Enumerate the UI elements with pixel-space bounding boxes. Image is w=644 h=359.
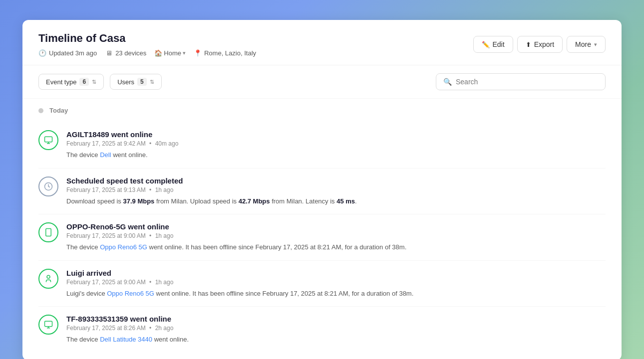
date-dot — [38, 108, 43, 113]
event-content: Luigi arrived February 17, 2025 at 9:00 … — [66, 269, 606, 299]
event-content: OPPO-Reno6-5G went online February 17, 2… — [66, 222, 606, 252]
home-text: Home — [164, 49, 181, 57]
more-button[interactable]: More ▾ — [567, 36, 606, 53]
event-time: February 17, 2025 at 9:00 AM • 1h ago — [66, 232, 606, 239]
event-time: February 17, 2025 at 9:42 AM • 40m ago — [66, 140, 606, 147]
svg-rect-4 — [46, 229, 51, 236]
timeline-item: OPPO-Reno6-5G went online February 17, 2… — [38, 214, 606, 261]
more-chevron-icon: ▾ — [594, 41, 597, 48]
updated-meta: 🕐 Updated 3m ago — [38, 49, 97, 57]
desc-link[interactable]: Dell Latitude 3440 — [100, 336, 152, 343]
header-left: Timeline of Casa 🕐 Updated 3m ago 🖥 23 d… — [38, 32, 256, 57]
desc-link[interactable]: Oppo Reno6 5G — [100, 243, 147, 251]
event-title: TF-893333531359 went online — [66, 315, 606, 323]
svg-rect-0 — [45, 137, 52, 142]
page-title: Timeline of Casa — [38, 32, 256, 45]
users-chevron-icon: ⇅ — [150, 79, 154, 85]
updated-text: Updated 3m ago — [49, 49, 97, 57]
event-icon-monitor — [38, 222, 58, 242]
edit-label: Edit — [493, 40, 505, 48]
svg-rect-7 — [45, 321, 52, 327]
event-time: February 17, 2025 at 9:00 AM • 1h ago — [66, 279, 606, 286]
timeline-item: AGILT18489 went online February 17, 2025… — [38, 122, 606, 169]
search-input[interactable] — [456, 78, 598, 86]
event-title: Luigi arrived — [66, 269, 606, 277]
event-type-count: 6 — [79, 78, 89, 86]
export-button[interactable]: ⬆ Export — [517, 36, 563, 53]
event-time: February 17, 2025 at 8:26 AM • 2h ago — [66, 325, 606, 332]
home-chevron-icon: ▾ — [183, 50, 186, 56]
event-icon-person — [38, 269, 58, 289]
timeline-item: Scheduled speed test completed February … — [38, 169, 606, 215]
users-filter[interactable]: Users 5 ⇅ — [110, 74, 162, 90]
location-icon: 📍 — [194, 49, 202, 57]
location-meta: 📍 Rome, Lazio, Italy — [194, 49, 256, 57]
event-content: AGILT18489 went online February 17, 2025… — [66, 130, 606, 160]
event-desc: The device Dell went online. — [66, 150, 606, 160]
header-meta: 🕐 Updated 3m ago 🖥 23 devices 🏠 Home ▾ 📍… — [38, 49, 256, 57]
event-type-chevron-icon: ⇅ — [92, 79, 96, 85]
desc-link[interactable]: Oppo Reno6 5G — [107, 290, 154, 297]
header-actions: ✏️ Edit ⬆ Export More ▾ — [473, 36, 606, 53]
date-label: Today — [38, 107, 606, 114]
more-label: More — [575, 40, 591, 48]
toolbar: Event type 6 ⇅ Users 5 ⇅ 🔍 — [22, 65, 622, 99]
event-desc: The device Dell Latitude 3440 went onlin… — [66, 335, 606, 345]
event-title: AGILT18489 went online — [66, 130, 606, 139]
home-icon: 🏠 — [154, 49, 162, 57]
export-label: Export — [534, 40, 554, 48]
event-desc: Download speed is 37.9 Mbps from Milan. … — [66, 196, 606, 206]
page-header: Timeline of Casa 🕐 Updated 3m ago 🖥 23 d… — [22, 20, 622, 65]
search-icon: 🔍 — [443, 78, 452, 86]
home-meta[interactable]: 🏠 Home ▾ — [154, 49, 186, 57]
event-content: Scheduled speed test completed February … — [66, 177, 606, 206]
search-box[interactable]: 🔍 — [436, 73, 606, 90]
clock-icon: 🕐 — [38, 49, 46, 57]
export-icon: ⬆ — [526, 41, 531, 48]
main-card: Timeline of Casa 🕐 Updated 3m ago 🖥 23 d… — [22, 20, 622, 359]
timeline: Today AGILT18489 went online February 17… — [22, 99, 622, 359]
event-desc: The device Oppo Reno6 5G went online. It… — [66, 242, 606, 252]
event-icon-monitor — [38, 130, 58, 150]
event-title: Scheduled speed test completed — [66, 177, 606, 185]
edit-icon: ✏️ — [482, 41, 490, 48]
edit-button[interactable]: ✏️ Edit — [473, 36, 513, 53]
timeline-items: AGILT18489 went online February 17, 2025… — [38, 122, 606, 353]
event-type-filter[interactable]: Event type 6 ⇅ — [38, 74, 104, 90]
event-icon-monitor — [38, 315, 58, 335]
location-text: Rome, Lazio, Italy — [204, 49, 256, 57]
filters: Event type 6 ⇅ Users 5 ⇅ — [38, 74, 162, 90]
monitor-icon: 🖥 — [105, 49, 113, 57]
event-content: TF-893333531359 went online February 17,… — [66, 315, 606, 345]
event-title: OPPO-Reno6-5G went online — [66, 222, 606, 231]
event-time: February 17, 2025 at 9:13 AM • 1h ago — [66, 186, 606, 193]
event-type-label: Event type — [46, 78, 76, 86]
timeline-item: Luigi arrived February 17, 2025 at 9:00 … — [38, 261, 606, 307]
timeline-item: TF-893333531359 went online February 17,… — [38, 307, 606, 353]
event-desc: Luigi's device Oppo Reno6 5G went online… — [66, 289, 606, 299]
users-label: Users — [117, 78, 134, 86]
svg-point-6 — [47, 275, 50, 278]
event-icon-speed — [38, 177, 58, 196]
devices-text: 23 devices — [115, 49, 146, 57]
desc-link[interactable]: Dell — [100, 151, 111, 159]
devices-meta: 🖥 23 devices — [105, 49, 146, 57]
users-count: 5 — [137, 78, 147, 86]
